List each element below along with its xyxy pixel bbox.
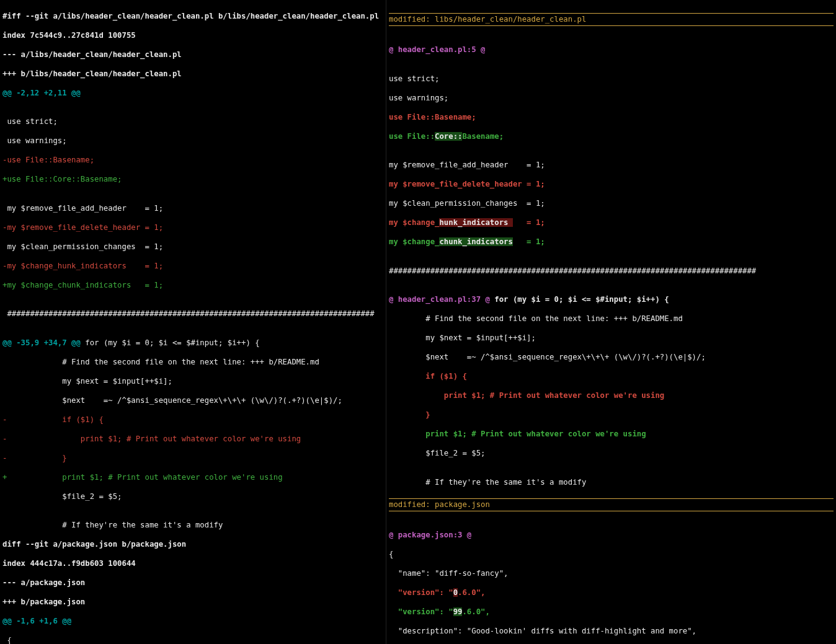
del-line: } — [389, 410, 834, 420]
diff-index: index 7c544c9..27c841d 100755 — [2, 31, 383, 41]
hunk-header: @@ -2,12 +2,11 @@ — [2, 89, 383, 99]
del-line: print $1; # Print out whatever color we'… — [389, 391, 834, 401]
ctx-line: use strict; — [389, 74, 834, 84]
ctx-line: { — [2, 636, 383, 644]
del-line: my $remove_file_delete_header = 1; — [389, 180, 834, 190]
ctx-line: my $remove_file_add_header = 1; — [389, 161, 834, 170]
diff-old-file: --- a/package.json — [2, 578, 383, 588]
hunk-header: @ header_clean.pl:5 @ — [389, 45, 834, 55]
ctx-line: "description": "Good-lookin' diffs with … — [389, 627, 834, 637]
diff-index: index 444c17a..f9db603 100644 — [2, 559, 383, 569]
ctx-line: # If they're the same it's a modify — [389, 478, 834, 488]
del-line: if ($1) { — [389, 372, 834, 382]
hunk-header: @ package.json:3 @ — [389, 531, 834, 540]
del-line: -my $change_hunk_indicators = 1; — [2, 262, 383, 271]
ctx-line: { — [389, 550, 834, 560]
del-line: use File::Basename; — [389, 113, 834, 123]
ctx-line: # Find the second file on the next line:… — [389, 314, 834, 324]
add-line: "version": "99.6.0", — [389, 607, 834, 617]
diff-new-file: +++ b/package.json — [2, 598, 383, 607]
ctx-line: # If they're the same it's a modify — [2, 521, 383, 531]
add-line: my $change_chunk_indicators = 1; — [389, 237, 834, 247]
ctx-line: # Find the second file on the next line:… — [2, 358, 383, 368]
ctx-line: ########################################… — [389, 267, 834, 276]
ctx-line: $next =~ /^$ansi_sequence_regex\+\+\+ (\… — [389, 353, 834, 363]
file-header: modified: libs/header_clean/header_clean… — [389, 13, 834, 27]
raw-diff-pane: #iff --git a/libs/header_clean/header_cl… — [0, 0, 386, 644]
diff-header: #iff --git a/libs/header_clean/header_cl… — [2, 12, 383, 22]
del-line: - if ($1) { — [2, 415, 383, 425]
diff-header: diff --git a/package.json b/package.json — [2, 540, 383, 550]
add-line: use File::Core::Basename; — [389, 132, 834, 142]
ctx-line: use strict; — [2, 117, 383, 127]
diff-old-file: --- a/libs/header_clean/header_clean.pl — [2, 50, 383, 60]
fancy-diff-pane: modified: libs/header_clean/header_clean… — [386, 0, 836, 644]
del-line: my $change_hunk_indicators = 1; — [389, 218, 834, 228]
ctx-line: "name": "diff-so-fancy", — [389, 569, 834, 579]
ctx-line: $file_2 = $5; — [2, 492, 383, 502]
del-line: -use File::Basename; — [2, 156, 383, 165]
hunk-header: @@ -35,9 +34,7 @@ for (my $i = 0; $i <= … — [2, 338, 383, 348]
del-line: - print $1; # Print out whatever color w… — [2, 434, 383, 444]
diff-new-file: +++ b/libs/header_clean/header_clean.pl — [2, 69, 383, 79]
hunk-header: @ header_clean.pl:37 @ for (my $i = 0; $… — [389, 295, 834, 305]
add-line: print $1; # Print out whatever color we'… — [389, 430, 834, 439]
file-header: modified: package.json — [389, 498, 834, 512]
ctx-line: $next =~ /^$ansi_sequence_regex\+\+\+ (\… — [2, 396, 383, 406]
ctx-line: my $next = $input[++$i]; — [389, 333, 834, 343]
del-line: -my $remove_file_delete_header = 1; — [2, 223, 383, 233]
ctx-line: my $remove_file_add_header = 1; — [2, 204, 383, 214]
add-line: + print $1; # Print out whatever color w… — [2, 473, 383, 483]
del-line: - } — [2, 454, 383, 464]
add-line: +use File::Core::Basename; — [2, 175, 383, 185]
ctx-line: ########################################… — [2, 309, 383, 319]
hunk-header: @@ -1,6 +1,6 @@ — [2, 617, 383, 627]
add-line: +my $change_chunk_indicators = 1; — [2, 281, 383, 291]
ctx-line: use warnings; — [389, 94, 834, 104]
del-line: "version": "0.6.0", — [389, 588, 834, 598]
ctx-line: my $clean_permission_changes = 1; — [389, 199, 834, 209]
ctx-line: my $clean_permission_changes = 1; — [2, 242, 383, 252]
ctx-line: use warnings; — [2, 136, 383, 146]
ctx-line: my $next = $input[++$i]; — [2, 377, 383, 387]
ctx-line: $file_2 = $5; — [389, 449, 834, 459]
